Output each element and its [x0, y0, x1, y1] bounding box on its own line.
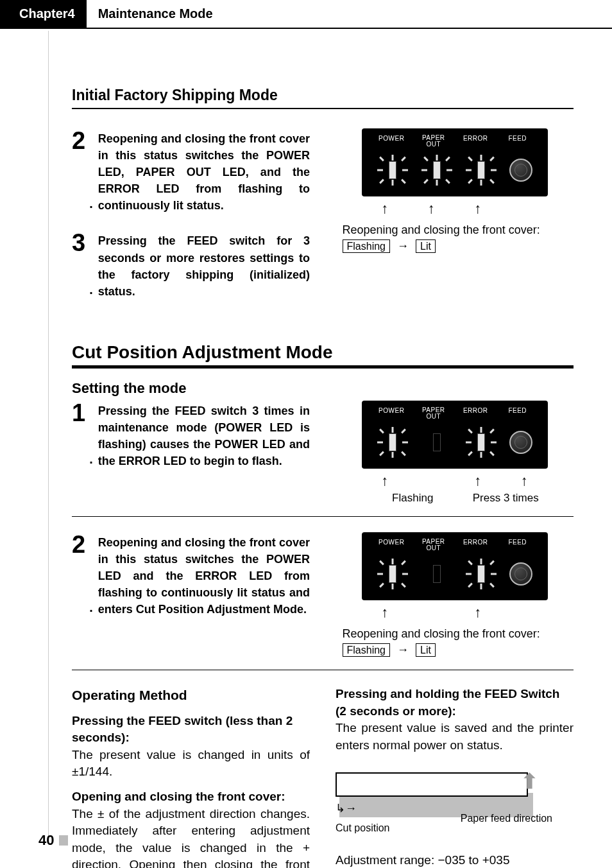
- feed-button-icon: [509, 562, 532, 586]
- led-label-row: POWER PAPEROUT ERROR FEED: [371, 135, 539, 148]
- page-number: 40: [38, 832, 54, 849]
- led-panel-diagram: POWER PAPEROUT ERROR FEED: [362, 128, 548, 196]
- led-panel-diagram: POWER PAPEROUT ERROR FEED: [362, 401, 548, 469]
- arrow-right-icon: →: [397, 239, 409, 252]
- paper-feed-diagram: ↳→ ⬆ Cut position Paper feed direction: [336, 772, 534, 837]
- annotation-row: Flashing Press 3 times: [362, 492, 548, 505]
- arrow-up-icon: [501, 473, 548, 489]
- press-long-body: The present value is saved and the print…: [336, 720, 574, 754]
- press3-annot: Press 3 times: [464, 492, 548, 505]
- arrow-indicators: [362, 200, 548, 217]
- step-3: 3. Pressing the FEED switch for 3 second…: [72, 230, 310, 299]
- cover-heading: Opening and closing the front cover:: [72, 788, 310, 806]
- label-feed: FEED: [497, 135, 539, 148]
- step-text: Pressing the FEED switch 3 times in main…: [98, 401, 310, 469]
- paperout-led-flashing-icon: [421, 154, 453, 186]
- power-led-flashing-icon: [377, 558, 409, 590]
- step-text: Reopening and closing the front cover in…: [98, 532, 310, 618]
- step-2: 2. Reopening and closing the front cover…: [72, 128, 310, 214]
- margin-rule: [48, 31, 49, 842]
- feed-direction-label: Paper feed direction: [461, 812, 552, 824]
- footer-marker-icon: [59, 835, 68, 846]
- flashing-label: Flashing: [343, 239, 390, 253]
- arrow-right-icon: →: [397, 643, 409, 656]
- label-power: POWER: [371, 135, 413, 148]
- section-cut-position: Cut Position Adjustment Mode: [72, 342, 574, 369]
- press-long-heading: Pressing and holding the FEED Switch (2 …: [336, 686, 574, 720]
- divider: [72, 516, 574, 517]
- step-2: 2. Reopening and closing the front cover…: [72, 532, 310, 618]
- step-number: 2: [72, 128, 85, 214]
- step-number: 1: [72, 401, 85, 469]
- arrow-up-icon: [455, 604, 502, 621]
- flashing-annot: Flashing: [362, 492, 464, 505]
- operating-method-title: Operating Method: [72, 686, 310, 704]
- step-text: Pressing the FEED switch for 3 seconds o…: [98, 230, 310, 299]
- feed-arrow-icon: ⬆: [521, 767, 538, 796]
- section-initial-factory: Initial Factory Shipping Mode: [72, 87, 574, 109]
- paperout-led-off-icon: [421, 558, 453, 590]
- error-led-flashing-icon: [465, 426, 497, 458]
- label-paper-out: PAPEROUT: [412, 135, 455, 148]
- led-panel-diagram: POWER PAPEROUT ERROR FEED: [362, 532, 548, 600]
- panel-caption: Reopening and closing the front cover: F…: [343, 626, 567, 658]
- divider: [72, 670, 574, 670]
- arrow-up-icon: [408, 200, 455, 217]
- error-led-flashing-icon: [465, 154, 497, 186]
- step-text: Reopening and closing the front cover in…: [98, 128, 310, 214]
- error-led-flashing-icon: [465, 558, 497, 590]
- arrow-up-icon: [455, 200, 502, 217]
- paperout-led-off-icon: [421, 426, 453, 458]
- step-number: 3: [72, 230, 85, 299]
- label-error: ERROR: [455, 135, 497, 148]
- panel-caption: Reopening and closing the front cover: F…: [343, 222, 567, 254]
- arrow-up-icon: [455, 473, 502, 489]
- step-number: 2: [72, 532, 85, 618]
- chapter-badge: Chapter4: [0, 0, 87, 28]
- press-short-heading: Pressing the FEED switch (less than 2 se…: [72, 713, 310, 747]
- header-title: Maintenance Mode: [87, 0, 225, 28]
- lit-label: Lit: [416, 239, 436, 253]
- feed-button-icon: [509, 431, 532, 454]
- arrow-up-icon: [362, 473, 409, 489]
- adjustment-range: Adjustment range: −035 to +035: [336, 852, 574, 868]
- step-1: 1. Pressing the FEED switch 3 times in m…: [72, 401, 310, 469]
- cut-position-label: Cut position: [336, 821, 390, 835]
- press-short-body: The present value is changed in units of…: [72, 747, 310, 781]
- page-header: Chapter4 Maintenance Mode: [0, 0, 612, 29]
- arrow-up-icon: [362, 200, 409, 217]
- power-led-flashing-icon: [377, 426, 409, 458]
- power-led-flashing-icon: [377, 154, 409, 186]
- subsection-setting-mode: Setting the mode: [72, 380, 574, 397]
- arrow-up-icon: [362, 604, 409, 621]
- cover-body: The ± of the adjustment direction change…: [72, 806, 310, 868]
- cut-arrow-icon: ↳→: [336, 801, 357, 817]
- page-footer: 40: [38, 832, 68, 849]
- feed-button-icon: [509, 159, 532, 182]
